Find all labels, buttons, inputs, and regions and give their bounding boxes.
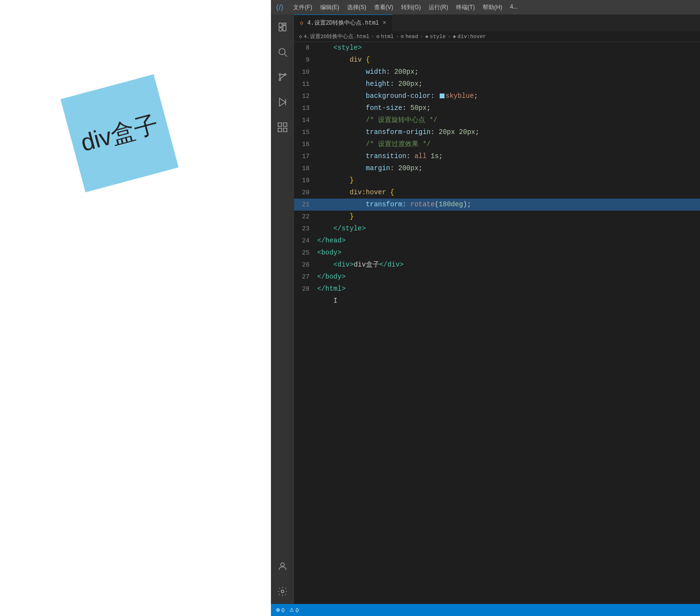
titlebar: ⟨/⟩ 文件(F) 编辑(E) 选择(S) 查看(V) 转到(G) 运行(R) …: [271, 0, 700, 14]
svg-point-4: [279, 49, 285, 55]
svg-rect-3: [283, 26, 286, 31]
code-line-18: 18 margin: 200px;: [294, 162, 700, 174]
svg-point-8: [279, 79, 281, 81]
code-line-20: 20 div:hover {: [294, 187, 700, 199]
titlebar-menu: 文件(F) 编辑(E) 选择(S) 查看(V) 转到(G) 运行(R) 终端(T…: [293, 3, 518, 12]
account-icon[interactable]: [274, 558, 291, 575]
tab-close-button[interactable]: ×: [383, 17, 386, 29]
menu-help[interactable]: 帮助(H): [483, 3, 502, 12]
svg-line-5: [284, 54, 287, 56]
svg-rect-2: [283, 23, 286, 25]
svg-marker-9: [280, 98, 286, 107]
code-line-9: 9 div {: [294, 54, 700, 66]
breadcrumb-item-5[interactable]: ◈ div:hover: [453, 31, 486, 42]
code-line-12: 12 background-color: skyblue;: [294, 90, 700, 102]
editor-container: ⟨/⟩ 文件(F) 编辑(E) 选择(S) 查看(V) 转到(G) 运行(R) …: [271, 0, 700, 616]
breadcrumb-item-3[interactable]: ⊙ head: [401, 31, 418, 42]
code-line-25: 25 <body>: [294, 247, 700, 259]
div-box: div盒子: [61, 74, 179, 192]
code-line-27: 27 </body>: [294, 271, 700, 283]
error-count[interactable]: ⊗ 0: [276, 607, 284, 613]
breadcrumb-item-1[interactable]: ◇ 4.设置2D转换中心点.html: [299, 31, 369, 42]
code-line-8: 8 <style>: [294, 42, 700, 54]
code-line-13: 13 font-size: 50px;: [294, 102, 700, 114]
breadcrumb-item-4[interactable]: ◈ style: [425, 31, 446, 42]
explorer-icon[interactable]: [274, 18, 291, 36]
breadcrumb: ◇ 4.设置2D转换中心点.html › ⊙ html › ⊙ head › ◈…: [294, 31, 700, 42]
code-line-17: 17 transition: all 1s;: [294, 150, 700, 162]
div-box-text: div盒子: [77, 107, 162, 159]
menu-edit[interactable]: 编辑(E): [320, 3, 339, 12]
code-editor[interactable]: ◇ 4.设置2D转换中心点.html × ◇ 4.设置2D转换中心点.html …: [294, 14, 700, 616]
statusbar: ⊗ 0 ⚠ 0: [271, 604, 700, 616]
activity-bar: [271, 14, 294, 604]
menu-terminal[interactable]: 终端(T): [456, 3, 475, 12]
code-content: 8 <style> 9 div { 10 width: 200px; 11: [294, 42, 700, 307]
code-line-28: 28 </html>: [294, 283, 700, 295]
svg-rect-13: [278, 128, 282, 132]
tab-file-icon: ◇: [300, 17, 303, 29]
editor-main: ◇ 4.设置2D转换中心点.html × ◇ 4.设置2D转换中心点.html …: [271, 14, 700, 616]
menu-goto[interactable]: 转到(G): [401, 3, 421, 12]
code-line-19: 19 }: [294, 174, 700, 187]
code-line-16: 16 /* 设置过渡效果 */: [294, 138, 700, 150]
warning-count[interactable]: ⚠ 0: [289, 607, 298, 613]
settings-icon[interactable]: [274, 583, 291, 600]
source-control-icon[interactable]: [274, 68, 291, 86]
editor-tab[interactable]: ◇ 4.设置2D转换中心点.html ×: [294, 14, 392, 31]
vscode-icon: ⟨/⟩: [276, 3, 283, 12]
menu-run[interactable]: 运行(R): [429, 3, 448, 12]
svg-point-6: [279, 74, 281, 76]
run-icon[interactable]: [274, 94, 291, 111]
menu-more[interactable]: 4...: [510, 3, 518, 12]
menu-select[interactable]: 选择(S): [347, 3, 366, 12]
code-line-10: 10 width: 200px;: [294, 66, 700, 78]
code-line-24: 24 </head>: [294, 235, 700, 247]
menu-file[interactable]: 文件(F): [293, 3, 312, 12]
tabbar: ◇ 4.设置2D转换中心点.html ×: [294, 14, 700, 31]
svg-rect-14: [283, 128, 287, 132]
extensions-icon[interactable]: [274, 119, 291, 136]
cursor-line: I: [294, 295, 700, 307]
breadcrumb-item-2[interactable]: ⊙ html: [377, 31, 394, 42]
svg-rect-11: [278, 123, 282, 126]
code-line-21: 21 transform: rotate(180deg);: [294, 199, 700, 211]
menu-view[interactable]: 查看(V): [374, 3, 393, 12]
warning-icon: ⚠: [289, 607, 294, 613]
tab-filename: 4.设置2D转换中心点.html: [307, 17, 379, 29]
code-line-11: 11 height: 200px;: [294, 78, 700, 90]
svg-rect-12: [283, 123, 287, 126]
code-line-26: 26 <div>div盒子</div>: [294, 259, 700, 271]
svg-point-16: [281, 590, 284, 593]
code-line-23: 23 </style>: [294, 223, 700, 235]
search-icon[interactable]: [274, 43, 291, 61]
svg-rect-0: [279, 23, 282, 27]
svg-rect-1: [279, 28, 282, 31]
svg-point-15: [281, 563, 284, 566]
code-line-22: 22 }: [294, 211, 700, 223]
preview-area: div盒子: [0, 0, 271, 616]
error-icon: ⊗: [276, 607, 280, 613]
code-line-15: 15 transform-origin: 20px 20px;: [294, 126, 700, 138]
code-line-14: 14 /* 设置旋转中心点 */: [294, 114, 700, 126]
